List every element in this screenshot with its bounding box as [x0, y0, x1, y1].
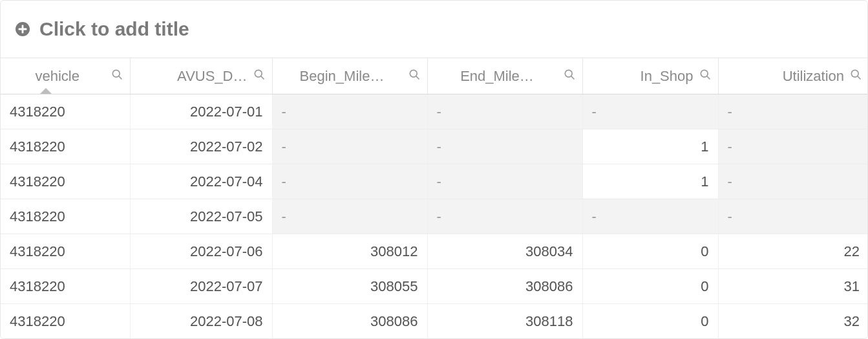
cell-begin[interactable]: -: [272, 129, 427, 164]
column-header[interactable]: Begin_Mile…: [272, 58, 427, 94]
table-row[interactable]: 43182202022-07-02--1-: [1, 129, 868, 164]
cell-begin[interactable]: -: [272, 94, 427, 129]
cell-in_shop[interactable]: 0: [582, 304, 718, 339]
cell-in_shop[interactable]: 1: [582, 164, 718, 199]
table-row[interactable]: 43182202022-07-05----: [1, 199, 868, 234]
cell-util[interactable]: 31: [718, 269, 868, 304]
cell-vehicle[interactable]: 4318220: [1, 164, 130, 199]
cell-vehicle[interactable]: 4318220: [1, 304, 130, 339]
cell-end[interactable]: 308118: [427, 304, 582, 339]
search-icon[interactable]: [111, 68, 123, 85]
cell-date[interactable]: 2022-07-07: [130, 269, 272, 304]
cell-begin[interactable]: -: [272, 164, 427, 199]
column-header-label: AVUS_D…: [140, 68, 248, 85]
column-header-label: vehicle: [10, 68, 105, 85]
cell-end[interactable]: -: [427, 129, 582, 164]
cell-begin[interactable]: 308086: [272, 304, 427, 339]
cell-in_shop[interactable]: -: [582, 199, 718, 234]
column-header-label: End_Mile…: [437, 68, 558, 85]
table-row[interactable]: 43182202022-07-01----: [1, 94, 868, 129]
plus-circle-icon: [15, 21, 30, 37]
search-icon[interactable]: [699, 68, 712, 85]
cell-end[interactable]: -: [427, 94, 582, 129]
sort-indicator-asc-icon: [39, 88, 52, 94]
column-header[interactable]: Utilization: [718, 58, 868, 94]
svg-point-5: [255, 70, 262, 77]
cell-util[interactable]: -: [718, 164, 868, 199]
column-header[interactable]: In_Shop: [582, 58, 718, 94]
cell-date[interactable]: 2022-07-06: [130, 234, 272, 269]
table-row[interactable]: 43182202022-07-04--1-: [1, 164, 868, 199]
cell-date[interactable]: 2022-07-05: [130, 199, 272, 234]
column-header-label: Utilization: [728, 68, 845, 85]
cell-util[interactable]: 22: [718, 234, 868, 269]
cell-in_shop[interactable]: 1: [582, 129, 718, 164]
cell-end[interactable]: 308086: [427, 269, 582, 304]
cell-vehicle[interactable]: 4318220: [1, 94, 130, 129]
svg-line-6: [260, 76, 264, 79]
cell-end[interactable]: -: [427, 164, 582, 199]
search-icon[interactable]: [253, 68, 266, 85]
search-icon[interactable]: [849, 68, 862, 85]
column-header[interactable]: vehicle: [1, 58, 130, 94]
svg-line-8: [416, 76, 419, 79]
column-header-label: Begin_Mile…: [282, 68, 403, 85]
svg-line-10: [571, 76, 574, 79]
svg-line-14: [858, 76, 861, 79]
data-table: vehicleAVUS_D…Begin_Mile…End_Mile…In_Sho…: [1, 58, 867, 339]
cell-end[interactable]: -: [427, 199, 582, 234]
cell-in_shop[interactable]: 0: [582, 269, 718, 304]
cell-util[interactable]: -: [718, 199, 868, 234]
cell-vehicle[interactable]: 4318220: [1, 129, 130, 164]
cell-begin[interactable]: -: [272, 199, 427, 234]
svg-point-9: [565, 70, 572, 77]
title-area[interactable]: Click to add title: [1, 1, 867, 58]
svg-point-3: [112, 70, 120, 77]
search-icon[interactable]: [563, 68, 576, 85]
cell-in_shop[interactable]: -: [582, 94, 718, 129]
cell-util[interactable]: -: [718, 94, 868, 129]
cell-date[interactable]: 2022-07-08: [130, 304, 272, 339]
svg-line-4: [118, 76, 122, 79]
svg-line-12: [706, 76, 710, 79]
column-header[interactable]: AVUS_D…: [130, 58, 272, 94]
cell-begin[interactable]: 308012: [272, 234, 427, 269]
cell-vehicle[interactable]: 4318220: [1, 199, 130, 234]
search-icon[interactable]: [408, 68, 421, 85]
cell-vehicle[interactable]: 4318220: [1, 269, 130, 304]
svg-rect-2: [19, 28, 27, 30]
table-row[interactable]: 43182202022-07-07308055308086031: [1, 269, 868, 304]
svg-point-11: [701, 70, 708, 77]
cell-end[interactable]: 308034: [427, 234, 582, 269]
report-panel: Click to add title vehicleAVUS_D…Begin_M…: [0, 0, 868, 339]
table-row[interactable]: 43182202022-07-06308012308034022: [1, 234, 868, 269]
cell-util[interactable]: 32: [718, 304, 868, 339]
svg-point-13: [851, 70, 858, 77]
column-header[interactable]: End_Mile…: [427, 58, 582, 94]
cell-in_shop[interactable]: 0: [582, 234, 718, 269]
cell-date[interactable]: 2022-07-04: [130, 164, 272, 199]
table-row[interactable]: 43182202022-07-08308086308118032: [1, 304, 868, 339]
svg-point-7: [410, 70, 417, 77]
column-header-label: In_Shop: [592, 68, 693, 85]
cell-util[interactable]: -: [718, 129, 868, 164]
title-placeholder: Click to add title: [39, 18, 189, 40]
cell-date[interactable]: 2022-07-02: [130, 129, 272, 164]
cell-vehicle[interactable]: 4318220: [1, 234, 130, 269]
cell-date[interactable]: 2022-07-01: [130, 94, 272, 129]
cell-begin[interactable]: 308055: [272, 269, 427, 304]
